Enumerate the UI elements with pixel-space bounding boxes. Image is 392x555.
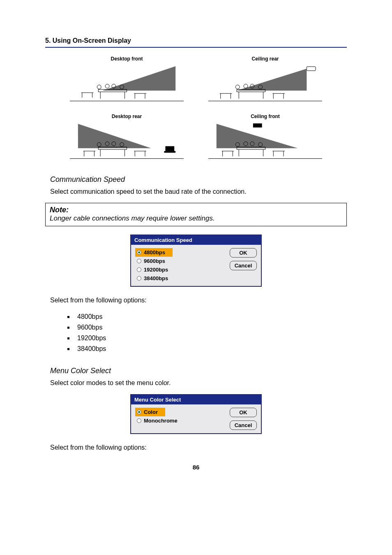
page-number: 86 xyxy=(45,464,347,471)
layout-label: Desktop front xyxy=(70,56,184,62)
options-list: 4800bps 9600bps 19200bps 38400bps xyxy=(74,311,347,354)
options-intro: Select from the following options: xyxy=(50,297,347,304)
svg-point-16 xyxy=(235,85,240,89)
option-label: Monochrome xyxy=(144,418,178,424)
dialog-options: Color Monochrome xyxy=(135,408,225,430)
note-title: Note: xyxy=(50,206,342,214)
menu-color-heading: Menu Color Select xyxy=(50,367,347,375)
svg-point-5 xyxy=(105,84,109,88)
svg-rect-45 xyxy=(253,123,262,128)
dialog-options: 4800bps 9600bps 19200bps 38400bps xyxy=(135,248,225,283)
layout-desktop-rear: Desktop rear xyxy=(70,114,184,159)
list-item: 9600bps xyxy=(74,322,347,333)
radio-icon xyxy=(137,259,141,263)
dialog-title: Menu Color Select xyxy=(131,395,261,404)
svg-rect-31 xyxy=(164,151,175,153)
option-monochrome[interactable]: Monochrome xyxy=(135,416,225,425)
note-body: Longer cable connections may require low… xyxy=(50,214,342,223)
menu-color-dialog: Menu Color Select Color Monochrome OK Ca… xyxy=(130,394,262,434)
diagram-desktop-rear xyxy=(70,122,184,159)
list-item: 38400bps xyxy=(74,344,347,354)
section-header: 5. Using On-Screen Display xyxy=(45,37,347,48)
svg-rect-14 xyxy=(307,67,316,71)
svg-marker-0 xyxy=(102,66,175,91)
option-label: 4800bps xyxy=(144,249,165,255)
radio-icon xyxy=(137,250,141,255)
option-label: 9600bps xyxy=(144,258,165,264)
layout-label: Ceiling front xyxy=(208,114,322,119)
layout-desktop-front: Desktop front xyxy=(70,56,184,101)
radio-icon xyxy=(137,410,141,414)
svg-marker-29 xyxy=(78,124,151,148)
layout-label: Ceiling rear xyxy=(208,56,322,62)
layout-ceiling-rear: Ceiling rear xyxy=(208,56,322,101)
option-label: 19200bps xyxy=(144,267,168,273)
option-19200bps[interactable]: 19200bps xyxy=(135,265,225,274)
radio-icon xyxy=(137,418,141,423)
ok-button[interactable]: OK xyxy=(230,248,257,258)
layout-label: Desktop rear xyxy=(70,114,184,119)
option-label: Color xyxy=(144,409,158,415)
option-label: 38400bps xyxy=(144,275,168,281)
communication-speed-intro: Select communication speed to set the ba… xyxy=(50,188,347,195)
option-9600bps[interactable]: 9600bps xyxy=(135,257,225,265)
cancel-button[interactable]: Cancel xyxy=(230,420,257,430)
svg-point-17 xyxy=(244,84,248,88)
note-box: Note: Longer cable connections may requi… xyxy=(45,203,347,226)
layout-ceiling-front: Ceiling front xyxy=(208,114,322,159)
svg-point-4 xyxy=(97,85,101,89)
communication-speed-dialog: Communication Speed 4800bps 9600bps 1920… xyxy=(130,235,262,287)
option-38400bps[interactable]: 38400bps xyxy=(135,274,225,283)
list-item: 19200bps xyxy=(74,333,347,344)
layout-grid: Desktop front Ceiling xyxy=(70,56,322,159)
svg-rect-30 xyxy=(165,146,174,151)
diagram-ceiling-front xyxy=(208,122,322,159)
diagram-ceiling-rear xyxy=(208,64,322,101)
communication-speed-heading: Communication Speed xyxy=(50,175,347,184)
option-color[interactable]: Color xyxy=(135,408,165,416)
radio-icon xyxy=(137,267,141,272)
radio-icon xyxy=(137,276,141,281)
options-intro: Select from the following options: xyxy=(50,444,347,451)
menu-color-intro: Select color modes to set the menu color… xyxy=(50,379,347,387)
ok-button[interactable]: OK xyxy=(230,408,257,417)
cancel-button[interactable]: Cancel xyxy=(230,261,257,270)
svg-marker-47 xyxy=(217,124,298,148)
option-4800bps[interactable]: 4800bps xyxy=(135,248,173,257)
list-item: 4800bps xyxy=(74,311,347,322)
diagram-desktop-front xyxy=(70,64,184,101)
dialog-title: Communication Speed xyxy=(131,235,261,245)
